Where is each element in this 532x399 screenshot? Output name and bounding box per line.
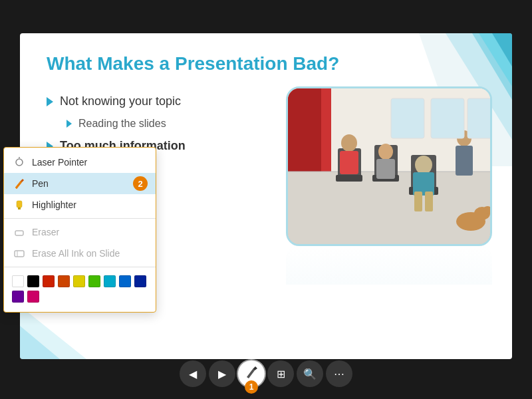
- zoom-icon: 🔍: [303, 368, 317, 380]
- bottom-toolbar: ◀ ▶ 1 ⊞ 🔍 ⋯: [180, 360, 352, 387]
- svg-rect-31: [391, 98, 424, 138]
- pen-label: Pen: [32, 178, 49, 189]
- svg-rect-13: [336, 175, 362, 182]
- svg-rect-15: [340, 151, 358, 174]
- color-red[interactable]: [43, 275, 55, 287]
- classroom-image: [286, 86, 492, 246]
- menu-item-eraser[interactable]: Eraser: [4, 221, 156, 243]
- highlighter-label: Highlighter: [32, 200, 76, 210]
- svg-rect-24: [414, 192, 422, 211]
- color-purple[interactable]: [12, 291, 24, 303]
- svg-point-34: [16, 159, 23, 166]
- erase-all-label: Erase All Ink on Slide: [32, 248, 120, 259]
- color-black[interactable]: [27, 275, 39, 287]
- svg-point-18: [378, 144, 393, 160]
- svg-rect-30: [456, 146, 473, 176]
- prev-icon: ◀: [189, 368, 197, 380]
- svg-rect-38: [15, 231, 23, 235]
- menu-item-pen[interactable]: Pen 2: [4, 173, 156, 194]
- color-cyan[interactable]: [104, 275, 116, 287]
- svg-point-28: [483, 206, 492, 214]
- menu-divider: [4, 218, 156, 219]
- classroom-scene: [288, 88, 490, 244]
- svg-rect-37: [18, 207, 21, 209]
- color-blue[interactable]: [119, 275, 131, 287]
- color-palette: [4, 270, 156, 308]
- more-icon: ⋯: [334, 368, 344, 380]
- more-button[interactable]: ⋯: [326, 360, 352, 387]
- color-orange[interactable]: [58, 275, 70, 287]
- menu-item-erase-all[interactable]: Erase All Ink on Slide: [4, 243, 156, 264]
- zoom-button[interactable]: 🔍: [297, 360, 323, 387]
- eraser-icon: [13, 226, 25, 238]
- pen-menu-icon: [13, 178, 25, 190]
- laser-pointer-label: Laser Pointer: [32, 157, 87, 168]
- sub-bullet-text: Reading the slides: [78, 118, 166, 130]
- grid-button[interactable]: ⊞: [267, 360, 294, 387]
- color-dark-blue[interactable]: [134, 275, 146, 287]
- color-divider: [4, 267, 156, 267]
- color-green[interactable]: [88, 275, 100, 287]
- context-menu: Laser Pointer Pen 2 Highlighter Eraser E…: [3, 147, 156, 313]
- bullet-text: Not knowing your topic: [60, 94, 181, 108]
- svg-point-22: [415, 156, 432, 174]
- svg-rect-39: [15, 251, 24, 257]
- svg-point-14: [341, 134, 357, 152]
- erase-all-icon: [13, 247, 25, 259]
- step-1-badge: 1: [245, 380, 258, 394]
- classroom-svg: [288, 88, 492, 246]
- svg-rect-25: [425, 192, 433, 211]
- svg-rect-33: [467, 98, 492, 138]
- menu-item-highlighter[interactable]: Highlighter: [4, 194, 156, 215]
- image-reflection: [286, 245, 492, 285]
- slide-title: What Makes a Presentation Bad?: [47, 53, 485, 74]
- svg-rect-10: [288, 172, 492, 246]
- sub-bullet-arrow-icon: [66, 120, 72, 128]
- color-yellow[interactable]: [73, 275, 85, 287]
- play-button[interactable]: ▶: [209, 360, 235, 387]
- highlighter-icon: [13, 199, 25, 211]
- bullet-arrow-icon: [47, 97, 53, 106]
- pen-toolbar-button[interactable]: 1: [238, 360, 265, 387]
- color-pink[interactable]: [27, 291, 39, 303]
- menu-item-laser[interactable]: Laser Pointer: [4, 152, 156, 173]
- pen-toolbar-icon: [245, 366, 258, 382]
- prev-button[interactable]: ◀: [180, 360, 206, 387]
- svg-rect-32: [431, 98, 464, 138]
- svg-rect-19: [376, 159, 395, 179]
- color-white[interactable]: [12, 275, 24, 287]
- play-icon: ▶: [218, 368, 226, 380]
- laser-pointer-icon: [13, 156, 25, 168]
- eraser-label: Eraser: [32, 227, 59, 237]
- svg-rect-36: [17, 201, 22, 207]
- step-2-badge: 2: [133, 176, 148, 191]
- grid-icon: ⊞: [277, 368, 285, 380]
